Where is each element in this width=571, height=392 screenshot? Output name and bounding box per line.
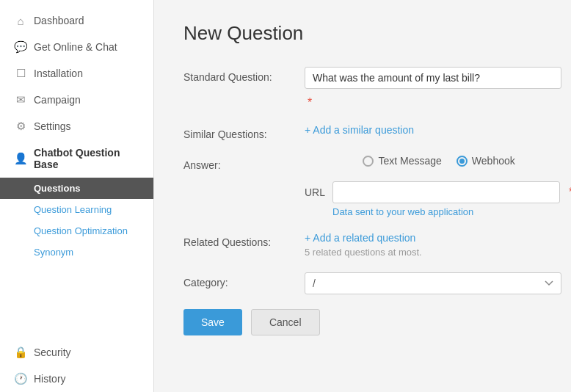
- button-row: Save Cancel: [183, 309, 542, 335]
- installation-icon: ☐: [15, 68, 26, 79]
- sub-item-label: Synonym: [34, 247, 73, 258]
- sub-item-label: Questions: [34, 183, 81, 194]
- sidebar-sub-item-synonym[interactable]: Synonym: [0, 242, 153, 263]
- sidebar-item-label: History: [34, 373, 66, 385]
- required-indicator: *: [308, 96, 312, 109]
- webhook-label: Webhook: [472, 155, 515, 167]
- sidebar-item-security[interactable]: 🔒 Security: [0, 339, 153, 366]
- url-row: URL *: [305, 181, 571, 203]
- add-related-question-link[interactable]: + Add a related question: [305, 232, 422, 244]
- answer-radio-group: Text Message Webhook: [363, 155, 514, 167]
- main-content: New Question Standard Question: * Simila…: [154, 0, 571, 392]
- sidebar-sub-item-questions[interactable]: Questions: [0, 178, 153, 199]
- url-label: URL: [305, 186, 327, 198]
- sidebar-item-label: Security: [34, 346, 71, 358]
- history-icon: 🕐: [15, 373, 26, 385]
- url-input[interactable]: [332, 181, 560, 203]
- related-section: + Add a related question 5 related quest…: [305, 232, 422, 258]
- sub-item-label: Question Optimization: [34, 225, 128, 236]
- sidebar-item-label: Dashboard: [34, 15, 84, 26]
- sidebar-sub-item-question-learning[interactable]: Question Learning: [0, 199, 153, 220]
- security-icon: 🔒: [15, 346, 26, 358]
- sidebar: ⌂ Dashboard 💬 Get Online & Chat ☐ Instal…: [0, 0, 154, 392]
- sidebar-item-label: Campaign: [34, 94, 81, 106]
- category-label: Category:: [183, 272, 305, 288]
- answer-control: Text Message Webhook URL * Data sent to …: [305, 155, 571, 217]
- related-questions-control: + Add a related question 5 related quest…: [305, 232, 542, 258]
- sidebar-item-dashboard[interactable]: ⌂ Dashboard: [0, 7, 153, 34]
- similar-questions-control: + Add a similar question: [305, 124, 542, 136]
- answer-webhook-option[interactable]: Webhook: [457, 155, 515, 167]
- related-questions-label: Related Questions:: [183, 232, 305, 248]
- category-row: Category: /: [183, 272, 542, 294]
- answer-row: Answer: Text Message Webhook URL * Data: [183, 155, 542, 217]
- standard-question-row: Standard Question: *: [183, 67, 542, 109]
- webhook-radio[interactable]: [457, 156, 468, 167]
- sidebar-sub-item-question-optimization[interactable]: Question Optimization: [0, 220, 153, 242]
- settings-icon: ⚙: [15, 120, 26, 132]
- add-similar-question-link[interactable]: + Add a similar question: [305, 124, 414, 136]
- similar-questions-label: Similar Questions:: [183, 124, 305, 140]
- sidebar-item-settings[interactable]: ⚙ Settings: [0, 113, 153, 139]
- sidebar-item-history[interactable]: 🕐 History: [0, 366, 153, 392]
- standard-question-control: *: [305, 67, 561, 109]
- campaign-icon: ✉: [15, 94, 26, 106]
- sidebar-item-label: Settings: [34, 120, 71, 132]
- category-control: /: [305, 272, 561, 294]
- sidebar-item-label: Chatbot Question Base: [34, 147, 139, 170]
- category-select[interactable]: /: [305, 272, 561, 294]
- sidebar-item-label: Installation: [34, 68, 83, 79]
- url-hint: Data sent to your web application: [332, 206, 571, 217]
- cancel-button[interactable]: Cancel: [251, 309, 320, 335]
- sub-item-label: Question Learning: [34, 204, 112, 215]
- save-button[interactable]: Save: [183, 309, 242, 335]
- standard-question-label: Standard Question:: [183, 67, 305, 83]
- related-hint: 5 related questions at most.: [305, 247, 422, 258]
- answer-text-message-option[interactable]: Text Message: [363, 155, 441, 167]
- sidebar-item-chatbot-question-base[interactable]: 👤 Chatbot Question Base: [0, 139, 153, 178]
- text-message-label: Text Message: [378, 155, 441, 167]
- sidebar-item-label: Get Online & Chat: [34, 41, 117, 53]
- similar-questions-row: Similar Questions: + Add a similar quest…: [183, 124, 542, 140]
- dashboard-icon: ⌂: [15, 15, 26, 26]
- answer-label: Answer:: [183, 155, 305, 171]
- text-message-radio[interactable]: [363, 156, 374, 167]
- webhook-section: URL * Data sent to your web application: [305, 181, 571, 217]
- sidebar-sub-menu: Questions Question Learning Question Opt…: [0, 178, 153, 263]
- related-questions-row: Related Questions: + Add a related quest…: [183, 232, 542, 258]
- sidebar-item-installation[interactable]: ☐ Installation: [0, 60, 153, 87]
- standard-question-input[interactable]: [305, 67, 561, 89]
- chat-icon: 💬: [15, 41, 26, 53]
- sidebar-item-campaign[interactable]: ✉ Campaign: [0, 87, 153, 113]
- chatbot-icon: 👤: [15, 153, 26, 164]
- page-title: New Question: [183, 22, 542, 45]
- sidebar-item-get-online-chat[interactable]: 💬 Get Online & Chat: [0, 34, 153, 60]
